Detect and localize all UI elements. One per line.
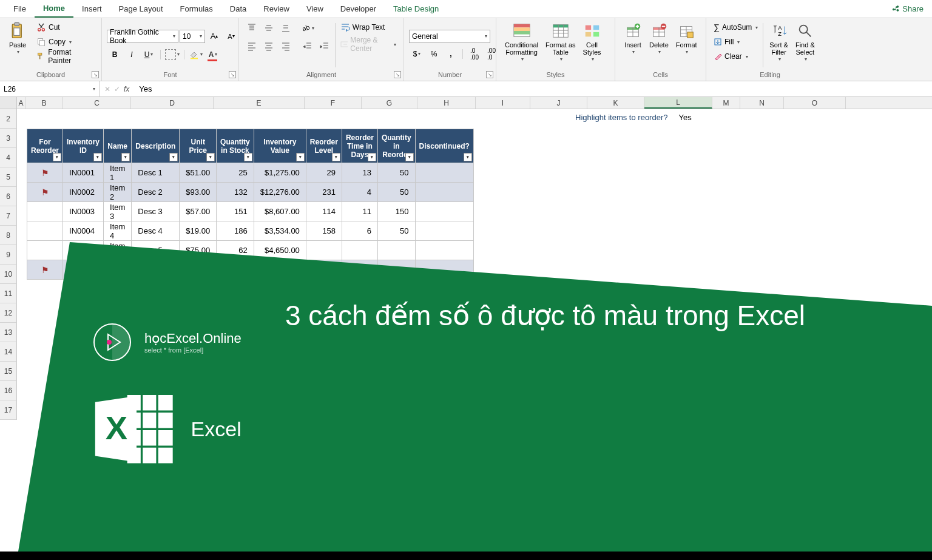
font-color-button[interactable]: A▾ (205, 47, 221, 62)
table-cell[interactable]: $4,650.00 (254, 241, 306, 260)
table-header[interactable]: Reorder Level▾ (306, 129, 342, 163)
table-cell[interactable]: 4 (342, 183, 377, 202)
table-cell[interactable] (217, 260, 254, 280)
increase-indent-icon[interactable] (317, 39, 333, 53)
table-cell[interactable]: 132 (217, 183, 254, 202)
autosum-button[interactable]: ∑AutoSum▾ (711, 21, 760, 34)
table-cell[interactable] (254, 260, 306, 280)
decrease-indent-icon[interactable] (300, 39, 316, 53)
cancel-formula-icon[interactable]: ✕ (104, 85, 110, 93)
filter-icon[interactable]: ▾ (53, 153, 61, 161)
table-cell[interactable] (342, 260, 377, 280)
borders-button[interactable]: ▾ (164, 47, 180, 62)
align-middle-icon[interactable] (261, 21, 277, 35)
paste-button[interactable]: Paste▾ (5, 21, 30, 56)
row-header-10[interactable]: 10 (0, 265, 17, 284)
table-row[interactable]: ⚑IN0006Item 6Desc 6 (27, 260, 474, 280)
table-cell[interactable]: $12,276.00 (254, 183, 306, 202)
underline-button[interactable]: U▾ (141, 47, 157, 62)
alignment-dialog-launcher[interactable]: ↘ (394, 71, 401, 78)
table-cell[interactable]: $1,275.00 (254, 163, 306, 183)
delete-cells-button[interactable]: Delete▾ (646, 21, 672, 56)
table-header[interactable]: Quantity in Reorder▾ (377, 129, 415, 163)
tab-insert[interactable]: Insert (73, 0, 110, 18)
fx-icon[interactable]: fx (124, 85, 129, 93)
increase-font-icon[interactable]: A▴ (206, 29, 222, 44)
table-cell[interactable]: 150 (377, 202, 415, 221)
column-header-E[interactable]: E (214, 97, 305, 109)
row-header-9[interactable]: 9 (0, 245, 17, 265)
accounting-format-icon[interactable]: $▾ (409, 47, 425, 61)
table-header[interactable]: Name▾ (104, 129, 132, 163)
table-cell[interactable]: 62 (217, 241, 254, 260)
tab-page-layout[interactable]: Page Layout (110, 0, 172, 18)
table-header[interactable]: Discontinued?▾ (415, 129, 473, 163)
table-cell[interactable]: Desc 3 (132, 202, 180, 221)
table-cell[interactable]: ⚑ (27, 163, 63, 183)
filter-icon[interactable]: ▾ (93, 153, 102, 161)
table-cell[interactable]: 29 (306, 163, 342, 183)
table-cell[interactable]: IN0006 (63, 260, 104, 280)
tab-view[interactable]: View (298, 0, 332, 18)
filter-icon[interactable]: ▾ (244, 153, 252, 161)
filter-icon[interactable]: ▾ (405, 153, 414, 161)
format-as-table-button[interactable]: Format as Table▾ (542, 21, 579, 64)
find-select-button[interactable]: Find & Select▾ (792, 21, 819, 64)
column-header-I[interactable]: I (476, 97, 530, 109)
inventory-table[interactable]: For Reorder▾Inventory ID▾Name▾Descriptio… (27, 129, 474, 280)
table-cell[interactable] (306, 260, 342, 280)
row-header-11[interactable]: 11 (0, 284, 17, 303)
clipboard-dialog-launcher[interactable]: ↘ (92, 71, 99, 78)
column-header-C[interactable]: C (63, 97, 131, 109)
decrease-font-icon[interactable]: A▾ (223, 29, 239, 44)
align-center-icon[interactable] (261, 39, 277, 53)
table-cell[interactable]: $93.00 (180, 183, 217, 202)
font-name-select[interactable]: Franklin Gothic Book▾ (107, 30, 178, 43)
column-header-G[interactable]: G (362, 97, 417, 109)
table-cell[interactable]: 50 (377, 163, 415, 183)
row-header-8[interactable]: 8 (0, 226, 17, 245)
orientation-icon[interactable]: ab▾ (300, 21, 316, 35)
row-header-3[interactable]: 3 (0, 129, 17, 148)
table-cell[interactable]: Item 4 (104, 221, 132, 241)
table-cell[interactable] (415, 163, 473, 183)
column-header-K[interactable]: K (587, 97, 644, 109)
column-header-A[interactable]: A (17, 97, 25, 109)
select-all-corner[interactable] (0, 97, 17, 109)
tab-data[interactable]: Data (221, 0, 255, 18)
row-header-4[interactable]: 4 (0, 148, 17, 167)
sort-filter-button[interactable]: AZSort & Filter▾ (766, 21, 792, 64)
align-left-icon[interactable] (244, 39, 260, 53)
table-row[interactable]: IN0003Item 3Desc 3$57.00151$8,607.001141… (27, 202, 474, 221)
table-cell[interactable] (415, 202, 473, 221)
filter-icon[interactable]: ▾ (332, 153, 340, 161)
formula-input[interactable]: Yes (134, 84, 932, 93)
table-cell[interactable]: Desc 6 (132, 260, 180, 280)
table-row[interactable]: IN0005Item 5Desc 5$75.0062$4,650.00 (27, 241, 474, 260)
table-cell[interactable]: Desc 2 (132, 183, 180, 202)
table-header[interactable]: For Reorder▾ (27, 129, 63, 163)
table-cell[interactable]: $8,607.00 (254, 202, 306, 221)
table-cell[interactable]: Item 6 (104, 260, 132, 280)
table-cell[interactable] (27, 241, 63, 260)
table-cell[interactable] (377, 241, 415, 260)
table-header[interactable]: Description▾ (132, 129, 180, 163)
table-row[interactable]: ⚑IN0002Item 2Desc 2$93.00132$12,276.0023… (27, 183, 474, 202)
tab-file[interactable]: File (5, 0, 35, 18)
table-row[interactable]: ⚑IN0001Item 1Desc 1$51.0025$1,275.002913… (27, 163, 474, 183)
table-cell[interactable]: $57.00 (180, 202, 217, 221)
italic-button[interactable]: I (124, 47, 140, 62)
table-cell[interactable] (27, 202, 63, 221)
table-cell[interactable]: 158 (306, 221, 342, 241)
table-header[interactable]: Quantity in Stock▾ (217, 129, 254, 163)
table-cell[interactable]: 151 (217, 202, 254, 221)
table-cell[interactable]: Item 3 (104, 202, 132, 221)
filter-icon[interactable]: ▾ (296, 153, 305, 161)
number-format-select[interactable]: General▾ (409, 30, 490, 43)
filter-icon[interactable]: ▾ (368, 153, 376, 161)
name-box[interactable]: L26▾ (0, 81, 100, 96)
table-cell[interactable]: 25 (217, 163, 254, 183)
table-cell[interactable] (180, 260, 217, 280)
table-header[interactable]: Reorder Time in Days▾ (342, 129, 377, 163)
enter-formula-icon[interactable]: ✓ (114, 85, 120, 93)
